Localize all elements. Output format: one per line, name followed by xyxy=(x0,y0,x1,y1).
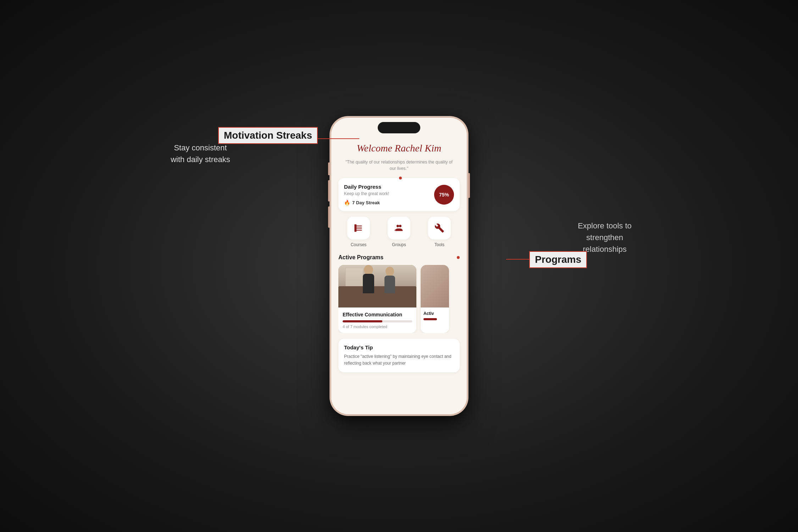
program-title-1: Effective Communication xyxy=(343,312,412,317)
program-progress-fill-1 xyxy=(343,320,382,322)
svg-point-2 xyxy=(399,225,401,227)
daily-progress-card[interactable]: Daily Progress Keep up the great work! 🔥… xyxy=(338,178,460,211)
program-card-2-partial[interactable]: Activ xyxy=(421,265,449,333)
courses-label: Courses xyxy=(351,242,367,247)
progress-text-section: Daily Progress Keep up the great work! 🔥… xyxy=(344,184,430,205)
tip-text: Practice "active listening" by maintaini… xyxy=(344,353,454,367)
program-modules-1: 4 of 7 modules completed xyxy=(343,325,412,329)
program-title-2-partial: Activ xyxy=(423,311,446,316)
tools-icon-box[interactable] xyxy=(428,217,451,239)
programs-scroll[interactable]: Effective Communication 4 of 7 modules c… xyxy=(338,265,460,333)
program-image-2-partial xyxy=(421,265,449,307)
svg-rect-0 xyxy=(354,225,356,232)
nav-item-groups[interactable]: Groups xyxy=(388,217,410,247)
nav-item-courses[interactable]: Courses xyxy=(347,217,370,247)
person2-body xyxy=(384,276,395,293)
programs-annotation-label: Programs xyxy=(535,254,581,265)
motivation-side-label: Stay consistent with daily streaks xyxy=(161,142,239,165)
motivation-annotation-line xyxy=(317,138,359,139)
groups-label: Groups xyxy=(392,242,406,247)
tip-title: Today's Tip xyxy=(344,344,454,350)
program-image-1 xyxy=(338,265,416,307)
daily-progress-subtitle: Keep up the great work! xyxy=(344,191,430,196)
active-programs-title: Active Programs xyxy=(338,254,383,261)
screen-content[interactable]: Welcome Rachel Kim "The quality of our r… xyxy=(331,118,467,414)
program-progress-bar-1 xyxy=(343,320,412,322)
notch xyxy=(378,122,420,133)
flame-icon: 🔥 xyxy=(344,200,350,205)
progress-circle: 75% xyxy=(434,185,454,205)
book-icon xyxy=(354,223,364,233)
tools-icon xyxy=(434,223,444,233)
power-button xyxy=(469,173,470,198)
daily-progress-title: Daily Progress xyxy=(344,184,430,190)
program-card-1[interactable]: Effective Communication 4 of 7 modules c… xyxy=(338,265,416,333)
groups-icon xyxy=(394,223,404,233)
active-programs-dot xyxy=(457,256,460,259)
programs-side-label: Explore tools to strengthen relationship… xyxy=(559,220,651,255)
streak-badge: 🔥 7 Day Streak xyxy=(344,200,430,205)
volume-up-button xyxy=(328,180,329,201)
program-progress-fill-2 xyxy=(423,318,437,320)
progress-indicator-dot xyxy=(399,177,402,179)
mute-button xyxy=(328,162,329,175)
scene: Motivation Streaks Stay consistent with … xyxy=(239,35,559,497)
progress-percentage: 75% xyxy=(439,192,449,198)
courses-icon-box[interactable] xyxy=(347,217,370,239)
person2-head xyxy=(386,267,394,276)
welcome-quote: "The quality of our relationships determ… xyxy=(338,159,460,172)
nav-item-tools[interactable]: Tools xyxy=(428,217,451,247)
todays-tip-card[interactable]: Today's Tip Practice "active listening" … xyxy=(338,339,460,372)
svg-point-1 xyxy=(397,225,399,227)
welcome-title: Welcome Rachel Kim xyxy=(338,143,460,154)
program-info-1: Effective Communication 4 of 7 modules c… xyxy=(338,307,416,333)
quick-nav: Courses Groups xyxy=(338,217,460,247)
person1-body xyxy=(363,274,374,293)
active-programs-header: Active Programs xyxy=(338,254,460,261)
motivation-annotation-label: Motivation Streaks xyxy=(224,130,312,141)
phone-frame: Welcome Rachel Kim "The quality of our r… xyxy=(330,116,468,416)
person1 xyxy=(360,265,377,293)
couple-scene xyxy=(338,265,416,307)
person1-head xyxy=(364,265,373,275)
programs-annotation: Programs xyxy=(529,251,587,268)
phone-screen: Welcome Rachel Kim "The quality of our r… xyxy=(331,118,467,414)
sofa xyxy=(338,286,416,307)
motivation-streaks-annotation: Motivation Streaks xyxy=(218,127,318,144)
tools-label: Tools xyxy=(434,242,444,247)
volume-down-button xyxy=(328,206,329,228)
person2 xyxy=(381,267,399,293)
groups-icon-box[interactable] xyxy=(388,217,410,239)
program-info-2-partial: Activ xyxy=(421,307,449,324)
